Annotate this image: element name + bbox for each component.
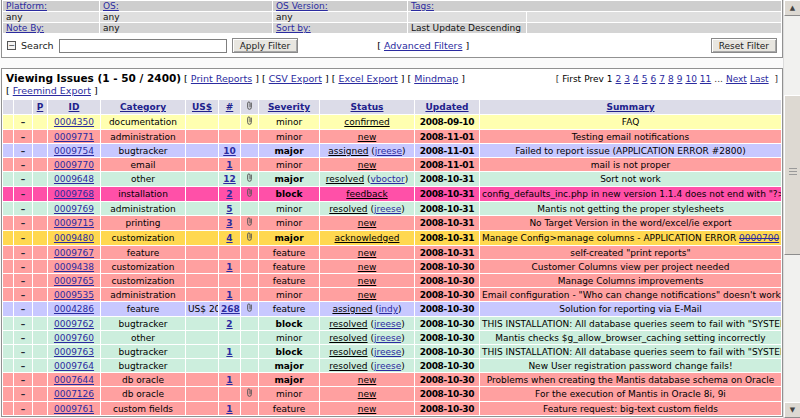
select-checkbox[interactable]: – — [21, 248, 26, 258]
export-link[interactable]: Print Reports — [191, 73, 252, 84]
attachment-icon[interactable] — [246, 118, 253, 128]
column-category[interactable]: Category — [120, 102, 166, 112]
export-link[interactable]: Mindmap — [414, 73, 458, 84]
issue-id-link[interactable]: 0009769 — [54, 204, 94, 214]
select-checkbox[interactable]: – — [21, 218, 26, 228]
select-checkbox[interactable]: – — [21, 404, 26, 414]
issue-id-link[interactable]: 0009770 — [54, 160, 94, 170]
attachment-icon[interactable] — [246, 175, 253, 185]
handler-link[interactable]: vboctor — [370, 174, 404, 184]
issue-id-link[interactable]: 0009765 — [54, 276, 94, 286]
column-updated[interactable]: Updated — [425, 102, 468, 112]
pagination-page-link[interactable]: 7 — [659, 74, 665, 84]
note-count-link[interactable]: 10 — [223, 146, 236, 156]
issue-id-link[interactable]: 0009764 — [54, 361, 94, 371]
issue-id-link[interactable]: 0009761 — [54, 404, 94, 414]
issue-id-link[interactable]: 0009648 — [54, 174, 94, 184]
column-id[interactable]: ID — [69, 102, 80, 112]
select-checkbox[interactable]: – — [21, 262, 26, 272]
select-checkbox[interactable]: – — [21, 333, 26, 343]
handler-link[interactable]: jreese — [374, 204, 401, 214]
filter-tags-link[interactable]: Tags: — [411, 1, 434, 11]
pagination-next[interactable]: Next — [726, 74, 747, 84]
filter-os-link[interactable]: OS: — [103, 1, 119, 11]
search-input[interactable] — [59, 39, 227, 53]
column-note-count[interactable]: # — [226, 102, 234, 112]
handler-link[interactable]: jreese — [374, 319, 401, 329]
select-checkbox[interactable]: – — [21, 276, 26, 286]
attachment-column-icon[interactable] — [246, 103, 253, 113]
column-summary[interactable]: Summary — [606, 102, 654, 112]
issue-id-link[interactable]: 0009438 — [54, 262, 94, 272]
note-count-link[interactable]: 2 — [226, 189, 232, 199]
issue-id-link[interactable]: 0009480 — [54, 233, 94, 243]
handler-link[interactable]: jreese — [374, 347, 401, 357]
pagination-last[interactable]: Last — [750, 74, 769, 84]
vertical-scrollbar[interactable]: ▲ ▼ — [783, 0, 800, 418]
column-status[interactable]: Status — [351, 102, 384, 112]
attachment-icon[interactable] — [246, 305, 253, 315]
select-checkbox[interactable]: – — [21, 304, 26, 314]
attachment-icon[interactable] — [246, 234, 253, 244]
attachment-icon[interactable] — [246, 390, 253, 400]
export-link[interactable]: CSV Export — [269, 73, 322, 84]
issue-id-link[interactable]: 0009771 — [54, 132, 94, 142]
pagination-page-link[interactable]: 3 — [624, 74, 630, 84]
pagination-page-link[interactable]: 2 — [616, 74, 622, 84]
handler-link[interactable]: jreese — [374, 333, 401, 343]
attachment-icon[interactable] — [246, 219, 253, 229]
select-checkbox[interactable]: – — [21, 389, 26, 399]
note-count-link[interactable]: 12 — [223, 174, 236, 184]
note-count-link[interactable]: 2 — [226, 319, 232, 329]
pagination-page-link[interactable]: 4 — [633, 74, 639, 84]
pagination-page-link[interactable]: 11 — [700, 74, 711, 84]
issue-id-link[interactable]: 0009760 — [54, 333, 94, 343]
select-checkbox[interactable]: – — [21, 204, 26, 214]
issue-id-link[interactable]: 0004350 — [54, 117, 94, 127]
issue-id-link[interactable]: 0009768 — [54, 189, 94, 199]
issue-id-link[interactable]: 0004286 — [54, 304, 94, 314]
filter-platform-link[interactable]: Platform: — [6, 1, 47, 11]
select-checkbox[interactable]: – — [21, 319, 26, 329]
apply-filter-button[interactable]: Apply Filter — [232, 38, 299, 53]
select-checkbox[interactable]: – — [21, 347, 26, 357]
select-checkbox[interactable]: – — [21, 233, 26, 243]
select-checkbox[interactable]: – — [21, 361, 26, 371]
export-link[interactable]: Excel Export — [338, 73, 397, 84]
issue-id-link[interactable]: 0009762 — [54, 319, 94, 329]
issue-id-link[interactable]: 0007644 — [54, 375, 94, 385]
select-checkbox[interactable]: – — [21, 174, 26, 184]
scroll-up-button[interactable]: ▲ — [784, 0, 800, 16]
note-count-link[interactable]: 3 — [226, 218, 232, 228]
reset-filter-button[interactable]: Reset Filter — [711, 38, 777, 53]
filter-os-version-link[interactable]: OS Version: — [276, 1, 328, 11]
select-checkbox[interactable]: – — [21, 117, 26, 127]
summary-issue-link[interactable]: 0000700 — [739, 233, 779, 243]
handler-link[interactable]: indy — [379, 304, 398, 314]
issue-id-link[interactable]: 0009535 — [54, 290, 94, 300]
filter-sort-by-link[interactable]: Sort by: — [276, 23, 311, 33]
filter-note-by-link[interactable]: Note By: — [6, 23, 44, 33]
note-count-link[interactable]: 5 — [226, 204, 232, 214]
select-checkbox[interactable]: – — [21, 160, 26, 170]
note-count-link[interactable]: 268 — [221, 304, 240, 314]
export-link[interactable]: Freemind Export — [13, 85, 91, 96]
handler-link[interactable]: jreese — [375, 146, 402, 156]
pagination-page-link[interactable]: 9 — [677, 74, 683, 84]
column-severity[interactable]: Severity — [268, 102, 310, 112]
note-count-link[interactable]: 1 — [226, 160, 232, 170]
note-count-link[interactable]: 1 — [226, 375, 232, 385]
scroll-down-button[interactable]: ▼ — [784, 402, 800, 418]
issue-id-link[interactable]: 0007126 — [54, 389, 94, 399]
pagination-page-link[interactable]: 5 — [642, 74, 648, 84]
collapse-filter-icon[interactable]: − — [7, 41, 16, 50]
pagination-page-link[interactable]: 10 — [685, 74, 696, 84]
issue-id-link[interactable]: 0009763 — [54, 347, 94, 357]
scrollbar-thumb[interactable] — [784, 95, 800, 255]
note-count-link[interactable]: 1 — [226, 290, 232, 300]
issue-id-link[interactable]: 0009715 — [54, 218, 94, 228]
issue-id-link[interactable]: 0009767 — [54, 248, 94, 258]
note-count-link[interactable]: 1 — [226, 347, 232, 357]
note-count-link[interactable]: 4 — [226, 233, 232, 243]
column-priority[interactable]: P — [37, 102, 44, 112]
